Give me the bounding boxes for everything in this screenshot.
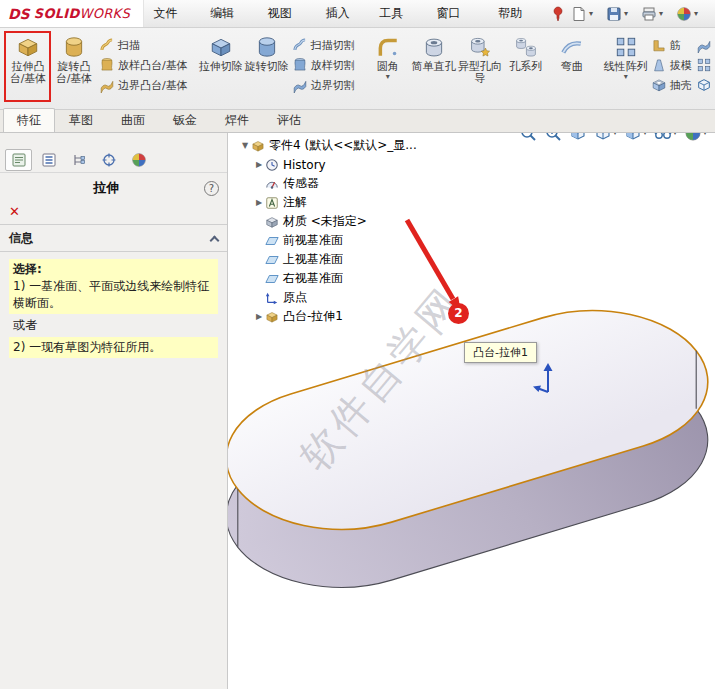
tree-item-front-plane[interactable]: 前视基准面 xyxy=(253,231,474,250)
annotation-icon xyxy=(265,196,281,210)
tab-configuration-manager[interactable] xyxy=(65,149,92,171)
tab-sheet-metal[interactable]: 钣金 xyxy=(159,108,211,132)
menu-edit[interactable]: 编辑(E) xyxy=(201,0,258,27)
swept-boss-button[interactable]: 扫描 xyxy=(99,37,188,53)
boundary-cut-button[interactable]: 边界切割 xyxy=(292,77,355,93)
tab-dimxpert-manager[interactable] xyxy=(95,149,122,171)
feature-tree: ▼ 零件4 (默认<<默认>_显... ▶ History 传感器 ▶ 注解 材… xyxy=(239,136,474,326)
tab-surfaces[interactable]: 曲面 xyxy=(107,108,159,132)
tree-item-label: 材质 <未指定> xyxy=(281,213,367,230)
menu-insert[interactable]: 插入(I) xyxy=(317,0,371,27)
tab-features[interactable]: 特征 xyxy=(3,108,55,132)
panel-title: 拉伸 xyxy=(8,179,204,197)
features-ribbon: 拉伸凸台/基体 旋转凸台/基体 扫描 放样凸台/基体 边界凸台/基体 拉伸切除 … xyxy=(0,28,715,110)
simple-hole-button[interactable]: 简单直孔 xyxy=(411,32,457,74)
extrude-feature-icon xyxy=(265,310,281,324)
expand-arrow-icon[interactable]: ▶ xyxy=(253,160,265,169)
flex-button[interactable]: 弯曲 xyxy=(549,32,595,74)
part-icon xyxy=(251,139,267,153)
button-label: 拔模 xyxy=(670,58,692,73)
revolved-cut-button[interactable]: 旋转切除 xyxy=(244,32,290,74)
lofted-boss-button[interactable]: 放样凸台/基体 xyxy=(99,57,188,73)
tab-weldments[interactable]: 焊件 xyxy=(211,108,263,132)
extruded-cut-button[interactable]: 拉伸切除 xyxy=(198,32,244,74)
rib-button[interactable]: 筋 xyxy=(651,37,692,53)
tree-item-label: 右视基准面 xyxy=(281,270,343,287)
caret-icon: ▾ xyxy=(624,10,628,18)
hint-line-1: 1) 一基准面、平面或边线来绘制特征横断面。 xyxy=(13,279,209,310)
tree-item-label: 原点 xyxy=(281,289,307,306)
tree-item-label: 凸台-拉伸1 xyxy=(281,308,343,325)
tree-item-label: 零件4 (默认<<默认>_显... xyxy=(267,137,417,154)
tree-item-history[interactable]: ▶ History xyxy=(253,155,474,174)
plane-icon xyxy=(265,253,281,267)
close-icon[interactable]: ✕ xyxy=(9,204,20,219)
tree-item-origin[interactable]: 原点 xyxy=(253,288,474,307)
button-label: 简单直孔 xyxy=(412,61,456,73)
options-button[interactable]: ▾ xyxy=(671,3,703,25)
tab-property-manager[interactable] xyxy=(35,149,62,171)
origin-icon xyxy=(265,291,281,305)
ribbon-overflow-button-2[interactable] xyxy=(696,57,712,73)
pin-menubar-icon[interactable] xyxy=(550,6,566,22)
new-document-button[interactable]: ▾ xyxy=(566,3,598,25)
revolved-boss-button[interactable]: 旋转凸台/基体 xyxy=(51,32,97,86)
info-section-label: 信息 xyxy=(9,230,33,247)
caret-icon: ▾ xyxy=(386,73,390,81)
swept-cut-button[interactable]: 扫描切割 xyxy=(292,37,355,53)
tree-item-right-plane[interactable]: 右视基准面 xyxy=(253,269,474,288)
print-button[interactable]: ▾ xyxy=(636,3,668,25)
help-icon[interactable]: ? xyxy=(204,181,219,196)
tab-evaluate[interactable]: 评估 xyxy=(263,108,315,132)
brand-text: SOLIDWORKS xyxy=(34,6,130,21)
expand-arrow-icon[interactable]: ▶ xyxy=(253,198,265,207)
hole-series-button[interactable]: 孔系列 xyxy=(503,32,549,74)
tree-item-sensors[interactable]: 传感器 xyxy=(253,174,474,193)
property-manager-panel: 拉伸 ? ✕ 信息 选择: 1) 一基准面、平面或边线来绘制特征横断面。 或者 … xyxy=(0,133,228,689)
tree-root-part[interactable]: ▼ 零件4 (默认<<默认>_显... xyxy=(239,136,474,155)
caret-icon: ▾ xyxy=(589,10,593,18)
extruded-boss-button[interactable]: 拉伸凸台/基体 xyxy=(5,32,51,86)
tree-item-boss-extrude1[interactable]: ▶ 凸台-拉伸1 xyxy=(253,307,474,326)
button-label: 筋 xyxy=(670,38,681,53)
menu-help[interactable]: 帮助(H) xyxy=(489,0,548,27)
tree-item-top-plane[interactable]: 上视基准面 xyxy=(253,250,474,269)
shell-button[interactable]: 抽壳 xyxy=(651,77,692,93)
save-button[interactable]: ▾ xyxy=(601,3,633,25)
ribbon-overflow-button-3[interactable] xyxy=(696,77,712,93)
boundary-boss-button[interactable]: 边界凸台/基体 xyxy=(99,77,188,93)
panel-tab-bar xyxy=(0,147,227,173)
caret-icon: ▾ xyxy=(694,10,698,18)
ds-logo-icon: DS xyxy=(8,6,30,22)
menu-window[interactable]: 窗口(W) xyxy=(428,0,490,27)
lofted-cut-button[interactable]: 放样切割 xyxy=(292,57,355,73)
or-label: 或者 xyxy=(13,317,214,334)
expand-arrow-icon[interactable]: ▶ xyxy=(253,312,265,321)
menu-file[interactable]: 文件(F) xyxy=(144,0,201,27)
tab-feature-manager[interactable] xyxy=(5,149,32,171)
collapse-chevron-icon[interactable] xyxy=(210,235,220,245)
tree-item-material[interactable]: 材质 <未指定> xyxy=(253,212,474,231)
fillet-button[interactable]: 圆角 ▾ xyxy=(365,32,411,82)
titlebar: DS SOLIDWORKS 文件(F) 编辑(E) 视图(V) 插入(I) 工具… xyxy=(0,0,715,28)
hole-wizard-button[interactable]: 异型孔向导 xyxy=(457,32,503,86)
linear-pattern-button[interactable]: 线性阵列 ▾ xyxy=(603,32,649,82)
tab-sketch[interactable]: 草图 xyxy=(55,108,107,132)
expand-arrow-icon[interactable]: ▼ xyxy=(239,141,251,150)
caret-icon: ▾ xyxy=(659,10,663,18)
draft-button[interactable]: 拔模 xyxy=(651,57,692,73)
tree-item-annotations[interactable]: ▶ 注解 xyxy=(253,193,474,212)
button-label: 放样切割 xyxy=(311,58,355,73)
ribbon-overflow-button-1[interactable] xyxy=(696,37,712,53)
brand-solid: SOLID xyxy=(34,6,80,21)
menu-tools[interactable]: 工具(T) xyxy=(370,0,427,27)
button-label: 放样凸台/基体 xyxy=(118,58,188,73)
history-icon xyxy=(265,158,281,172)
menubar: 文件(F) 编辑(E) 视图(V) 插入(I) 工具(T) 窗口(W) 帮助(H… xyxy=(144,0,547,27)
tree-item-label: 前视基准面 xyxy=(281,232,343,249)
button-label: 异型孔向导 xyxy=(457,61,503,85)
tab-display-manager[interactable] xyxy=(125,149,152,171)
step2-badge: 2 xyxy=(448,303,469,324)
button-label: 旋转凸台/基体 xyxy=(51,61,97,85)
menu-view[interactable]: 视图(V) xyxy=(259,0,317,27)
